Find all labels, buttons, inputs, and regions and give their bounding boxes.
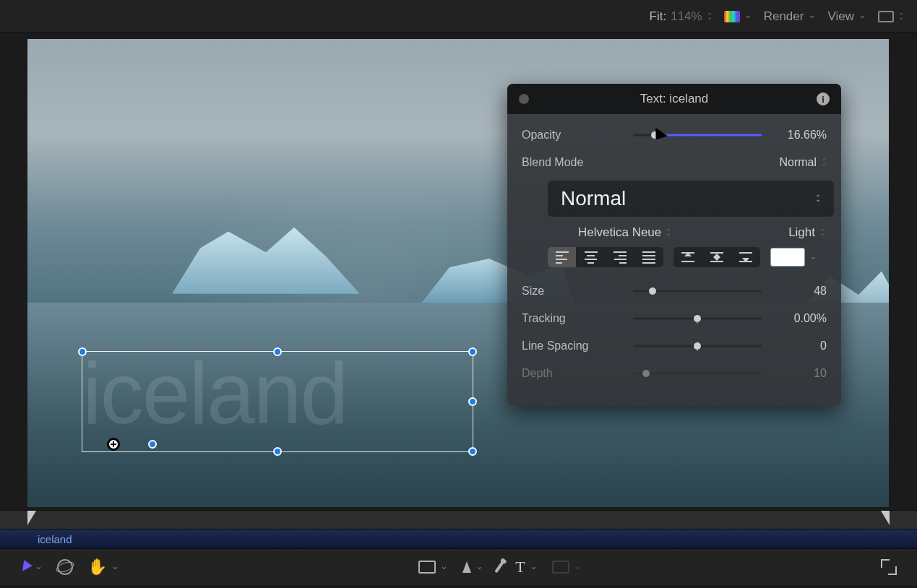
opacity-value[interactable]: 16.66% [769, 129, 827, 142]
text-icon: T [515, 558, 525, 576]
opacity-label: Opacity [522, 129, 623, 142]
stepper-icon [666, 228, 671, 237]
chevron-down-icon [809, 253, 817, 262]
tracking-label: Tracking [522, 312, 623, 325]
chevron-down-icon [35, 563, 43, 572]
fit-control[interactable]: Fit: 114% [650, 9, 712, 24]
hud-title: Text: iceland [507, 92, 841, 106]
background-image [172, 223, 360, 306]
text-toolbar [548, 247, 827, 267]
text-layer[interactable]: iceland [82, 350, 473, 451]
font-family-menu[interactable]: Helvetica Neue [578, 225, 671, 240]
depth-label: Depth [522, 367, 623, 380]
text-color-control[interactable] [770, 248, 817, 267]
out-point-marker[interactable] [881, 511, 890, 525]
hud-header[interactable]: Text: iceland i [507, 84, 841, 114]
select-tool[interactable] [20, 562, 43, 572]
pen-icon [462, 561, 471, 573]
align-left-button[interactable] [548, 247, 577, 267]
stepper-icon [821, 158, 827, 167]
line-spacing-slider[interactable] [633, 337, 762, 355]
ruler[interactable] [0, 510, 917, 529]
align-justify-button[interactable] [634, 247, 663, 267]
font-row: Helvetica Neue Light [548, 225, 827, 240]
view-menu[interactable]: View [827, 9, 866, 24]
pen-tool[interactable] [462, 561, 483, 573]
blend-mode-row: Blend Mode Normal [522, 149, 827, 176]
render-menu[interactable]: Render [764, 9, 817, 24]
expand-icon [881, 559, 897, 575]
rectangle-tool[interactable] [418, 561, 448, 574]
size-row: Size 48 [522, 277, 827, 305]
color-profile-menu[interactable] [724, 11, 752, 22]
stepper-icon [898, 12, 904, 21]
brush-icon [494, 561, 504, 573]
fit-value: 114% [671, 9, 702, 24]
stepper-icon [707, 12, 712, 21]
stepper-icon [815, 194, 821, 203]
viewport-layout-menu[interactable] [878, 11, 904, 22]
align-right-button[interactable] [606, 247, 634, 267]
stepper-icon [819, 228, 825, 237]
line-spacing-label: Line Spacing [522, 340, 623, 353]
depth-row: Depth 10 [522, 360, 827, 387]
chevron-down-icon [808, 12, 816, 21]
rectangle-icon [418, 561, 436, 574]
render-label: Render [764, 9, 804, 24]
fit-label: Fit: [650, 9, 667, 24]
valign-top-button[interactable] [673, 247, 702, 267]
canvas-area: iceland Text: iceland i Opacity [0, 33, 917, 510]
mask-icon [552, 561, 569, 574]
text-style-select[interactable]: Normal [548, 181, 834, 217]
hud-body: Opacity 16.66% Blend Mode Normal Normal [507, 114, 841, 387]
tracking-slider[interactable] [633, 310, 762, 327]
tracking-value[interactable]: 0.00% [769, 312, 827, 325]
hand-icon: ✋ [87, 558, 107, 576]
tracking-row: Tracking 0.00% [522, 305, 827, 332]
mask-tool[interactable] [552, 561, 582, 574]
in-point-marker[interactable] [27, 511, 36, 525]
text-hud-panel: Text: iceland i Opacity 16.66% Blend Mod… [507, 84, 841, 406]
chevron-down-icon [858, 12, 866, 21]
blend-mode-menu[interactable]: Normal [779, 156, 827, 169]
clip-label: iceland [38, 533, 72, 545]
chevron-down-icon [574, 563, 582, 572]
pan-tool[interactable]: ✋ [87, 558, 119, 576]
valign-bottom-button[interactable] [731, 247, 760, 267]
brush-tool[interactable] [498, 561, 501, 574]
align-left-icon [556, 251, 569, 264]
chevron-down-icon [475, 563, 483, 572]
mini-timeline[interactable]: iceland [0, 529, 917, 549]
rainbow-icon [724, 11, 740, 22]
screen-icon [878, 11, 894, 22]
color-swatch[interactable] [770, 248, 805, 267]
chevron-down-icon [530, 563, 538, 572]
size-label: Size [522, 285, 623, 298]
blend-mode-label: Blend Mode [522, 156, 623, 169]
depth-slider [633, 365, 762, 382]
blend-mode-value: Normal [779, 156, 817, 169]
line-spacing-value[interactable]: 0 [769, 340, 827, 353]
chevron-down-icon [111, 563, 119, 572]
valign-middle-button[interactable] [702, 247, 731, 267]
vertical-align-group [673, 247, 760, 267]
orbit-icon [57, 559, 73, 575]
3d-transform-tool[interactable] [57, 559, 73, 575]
pointer-icon [18, 560, 32, 574]
align-justify-icon [642, 251, 655, 264]
horizontal-align-group [548, 247, 663, 267]
line-spacing-row: Line Spacing 0 [522, 332, 827, 360]
chevron-down-icon [440, 563, 448, 572]
valign-bottom-icon [739, 252, 752, 262]
font-weight-menu[interactable]: Light [788, 225, 825, 240]
fullscreen-button[interactable] [881, 559, 897, 575]
font-family-value: Helvetica Neue [578, 225, 661, 240]
opacity-row: Opacity 16.66% [522, 121, 827, 149]
size-slider[interactable] [633, 282, 762, 300]
top-toolbar: Fit: 114% Render View [0, 0, 917, 33]
valign-top-icon [681, 252, 694, 262]
size-value[interactable]: 48 [769, 285, 827, 298]
text-tool[interactable]: T [515, 558, 537, 576]
bottom-toolbar: ✋ T [0, 549, 917, 585]
align-center-button[interactable] [577, 247, 606, 267]
